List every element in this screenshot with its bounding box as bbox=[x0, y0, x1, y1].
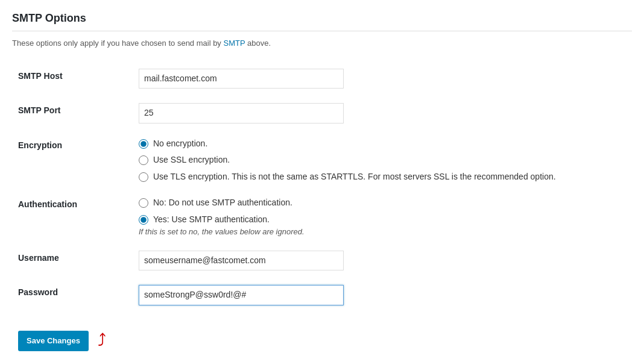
username-input[interactable] bbox=[139, 251, 344, 271]
description-text: These options only apply if you have cho… bbox=[12, 39, 224, 48]
encryption-radio-ssl[interactable] bbox=[139, 155, 148, 165]
arrow-icon: ⤴ bbox=[98, 331, 106, 351]
authentication-row: Authentication No: Do not use SMTP authe… bbox=[12, 190, 632, 243]
encryption-option-none[interactable]: No encryption. bbox=[139, 138, 626, 150]
encryption-option-ssl-label: Use SSL encryption. bbox=[153, 154, 230, 166]
settings-page: SMTP Options These options only apply if… bbox=[0, 0, 644, 353]
auth-radio-yes[interactable] bbox=[139, 215, 148, 225]
auth-note: If this is set to no, the values below a… bbox=[139, 227, 626, 236]
smtp-host-label: SMTP Host bbox=[12, 61, 133, 96]
encryption-option-tls-label: Use TLS encryption. This is not the same… bbox=[153, 171, 556, 183]
auth-option-yes-label: Yes: Use SMTP authentication. bbox=[153, 214, 270, 226]
smtp-link[interactable]: SMTP bbox=[224, 39, 245, 48]
username-row: Username bbox=[12, 243, 632, 278]
authentication-label: Authentication bbox=[12, 190, 133, 243]
encryption-radio-tls[interactable] bbox=[139, 172, 148, 182]
encryption-option-tls[interactable]: Use TLS encryption. This is not the same… bbox=[139, 171, 626, 183]
encryption-option-ssl[interactable]: Use SSL encryption. bbox=[139, 154, 626, 166]
smtp-port-row: SMTP Port bbox=[12, 96, 632, 131]
form-table: SMTP Host SMTP Port Encryption bbox=[12, 61, 632, 313]
encryption-row: Encryption No encryption. Use SSL encryp… bbox=[12, 131, 632, 190]
encryption-radio-none[interactable] bbox=[139, 139, 148, 149]
section-title: SMTP Options bbox=[12, 12, 632, 31]
password-row: Password bbox=[12, 278, 632, 313]
auth-option-no[interactable]: No: Do not use SMTP authentication. bbox=[139, 197, 626, 209]
smtp-port-input[interactable] bbox=[139, 103, 344, 123]
encryption-radio-group: No encryption. Use SSL encryption. Use T… bbox=[139, 138, 626, 183]
smtp-host-row: SMTP Host bbox=[12, 61, 632, 96]
authentication-radio-group: No: Do not use SMTP authentication. Yes:… bbox=[139, 197, 626, 225]
username-label: Username bbox=[12, 243, 133, 278]
smtp-host-input[interactable] bbox=[139, 69, 344, 89]
smtp-port-label: SMTP Port bbox=[12, 96, 133, 131]
description-suffix: above. bbox=[245, 39, 271, 48]
password-input[interactable] bbox=[139, 285, 344, 305]
save-changes-button[interactable]: Save Changes bbox=[18, 331, 89, 351]
save-area: Save Changes ⤴ bbox=[12, 325, 632, 353]
section-description: These options only apply if you have cho… bbox=[12, 37, 632, 49]
auth-option-yes[interactable]: Yes: Use SMTP authentication. bbox=[139, 214, 626, 226]
encryption-label: Encryption bbox=[12, 131, 133, 190]
password-label: Password bbox=[12, 278, 133, 313]
encryption-option-none-label: No encryption. bbox=[153, 138, 207, 150]
auth-radio-no[interactable] bbox=[139, 198, 148, 208]
auth-option-no-label: No: Do not use SMTP authentication. bbox=[153, 197, 292, 209]
